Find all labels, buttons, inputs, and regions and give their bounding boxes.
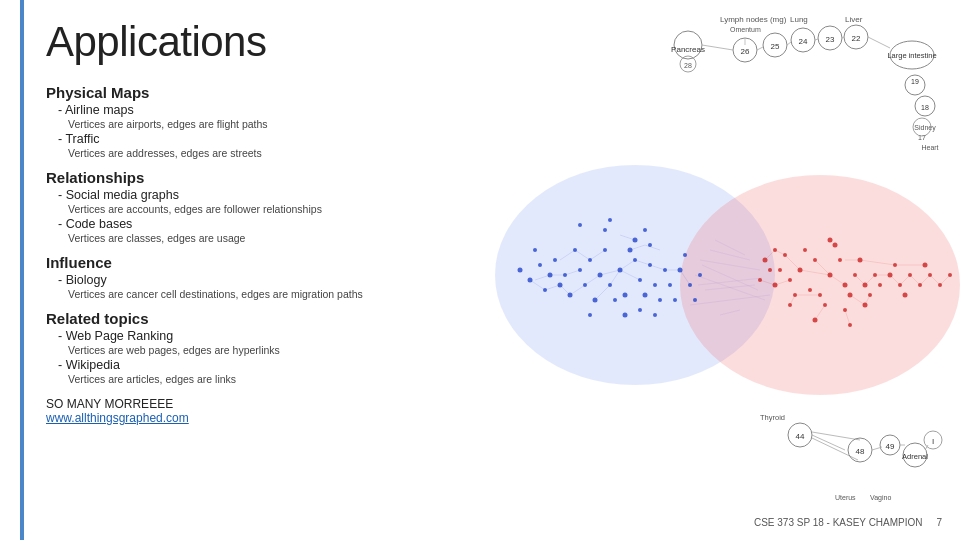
svg-text:23: 23 (826, 35, 835, 44)
svg-point-81 (588, 313, 592, 317)
svg-point-78 (608, 218, 612, 222)
svg-point-52 (613, 298, 617, 302)
svg-point-83 (653, 313, 657, 317)
sub-item-wikipedia: Vertices are articles, edges are links (68, 373, 506, 385)
slide-number: 7 (936, 517, 942, 528)
svg-point-64 (623, 313, 628, 318)
svg-point-65 (638, 308, 642, 312)
svg-point-128 (803, 248, 807, 252)
section-title-relationships: Relationships (46, 169, 506, 186)
svg-text:Vagino: Vagino (870, 494, 891, 502)
item-airline-maps: - Airline maps (58, 103, 506, 117)
item-social-media: - Social media graphs (58, 188, 506, 202)
svg-text:Lymph nodes (mg): Lymph nodes (mg) (720, 15, 787, 24)
svg-text:48: 48 (856, 447, 865, 456)
bottom-diagram: Thyroid 44 48 49 Adrenal Uterus Vagino (750, 390, 950, 510)
page-title: Applications (46, 18, 506, 66)
svg-line-186 (812, 435, 845, 450)
svg-text:19: 19 (911, 78, 919, 85)
section-influence: Influence - Biology Vertices are cancer … (46, 254, 506, 300)
svg-point-87 (643, 228, 647, 232)
item-code-bases: - Code bases (58, 217, 506, 231)
svg-text:28: 28 (684, 62, 692, 69)
body-node-svg: Thyroid 44 48 49 Adrenal Uterus Vagino (750, 390, 950, 510)
sub-item-code-bases: Vertices are classes, edges are usage (68, 232, 506, 244)
svg-text:26: 26 (741, 47, 750, 56)
section-title-physical-maps: Physical Maps (46, 84, 506, 101)
svg-line-26 (868, 37, 890, 48)
svg-text:25: 25 (771, 42, 780, 51)
item-wikipedia: - Wikipedia (58, 358, 506, 372)
attribution-area: CSE 373 SP 18 - KASEY CHAMPION 7 (754, 517, 942, 528)
svg-point-143 (768, 268, 772, 272)
svg-text:22: 22 (852, 34, 861, 43)
svg-point-122 (808, 288, 812, 292)
svg-point-84 (538, 263, 542, 267)
item-traffic: - Traffic (58, 132, 506, 146)
svg-point-49 (623, 293, 628, 298)
svg-text:Pancreas: Pancreas (671, 45, 705, 54)
item-web-page-ranking: - Web Page Ranking (58, 329, 506, 343)
section-title-related-topics: Related topics (46, 310, 506, 327)
svg-point-91 (518, 268, 523, 273)
sub-item-biology: Vertices are cancer cell destinations, e… (68, 288, 506, 300)
footer-link[interactable]: www.allthingsgraphed.com (46, 411, 189, 425)
section-relationships: Relationships - Social media graphs Vert… (46, 169, 506, 244)
svg-point-134 (878, 283, 882, 287)
svg-text:Omentum: Omentum (730, 26, 761, 33)
svg-point-129 (833, 243, 838, 248)
svg-point-89 (533, 248, 537, 252)
svg-point-147 (903, 293, 908, 298)
social-graph-svg (480, 130, 960, 420)
attribution-text: CSE 373 SP 18 - KASEY CHAMPION (754, 517, 923, 528)
accent-bar (20, 0, 24, 540)
svg-line-21 (702, 45, 733, 50)
svg-point-58 (653, 283, 657, 287)
svg-text:24: 24 (799, 37, 808, 46)
slide: Applications Physical Maps - Airline map… (0, 0, 960, 540)
svg-point-85 (578, 223, 582, 227)
images-area: Lymph nodes (mg) Lung Liver Pancreas 26 … (460, 0, 960, 540)
svg-text:Liver: Liver (845, 15, 863, 24)
svg-text:I: I (932, 437, 934, 446)
svg-point-62 (658, 298, 662, 302)
svg-point-76 (553, 258, 557, 262)
footer-text: SO MANY MORREEEE (46, 397, 506, 411)
svg-text:Adrenal: Adrenal (902, 452, 928, 461)
content-left: Applications Physical Maps - Airline map… (36, 0, 516, 435)
svg-point-55 (643, 293, 648, 298)
svg-text:Large intestine: Large intestine (887, 51, 936, 60)
svg-point-141 (828, 238, 833, 243)
svg-point-77 (683, 253, 687, 257)
footer: SO MANY MORREEEE www.allthingsgraphed.co… (46, 397, 506, 425)
svg-point-80 (693, 298, 697, 302)
sub-item-social-media: Vertices are accounts, edges are followe… (68, 203, 506, 215)
svg-text:18: 18 (921, 104, 929, 111)
svg-point-119 (838, 258, 842, 262)
svg-point-130 (778, 268, 782, 272)
svg-text:49: 49 (886, 442, 895, 451)
svg-text:Uterus: Uterus (835, 494, 856, 501)
svg-point-66 (668, 283, 672, 287)
section-physical-maps: Physical Maps - Airline maps Vertices ar… (46, 84, 506, 159)
svg-line-22 (757, 47, 763, 50)
section-title-influence: Influence (46, 254, 506, 271)
section-related-topics: Related topics - Web Page Ranking Vertic… (46, 310, 506, 385)
item-biology: - Biology (58, 273, 506, 287)
sub-item-airline-maps: Vertices are airports, edges are flight … (68, 118, 506, 130)
svg-line-187 (812, 432, 860, 440)
svg-text:44: 44 (796, 432, 805, 441)
svg-text:Lung: Lung (790, 15, 808, 24)
svg-line-23 (787, 42, 791, 45)
svg-point-69 (603, 228, 607, 232)
svg-text:Thyroid: Thyroid (760, 413, 785, 422)
sub-item-web-page-ranking: Vertices are web pages, edges are hyperl… (68, 344, 506, 356)
main-graph (480, 130, 960, 420)
svg-point-75 (673, 298, 677, 302)
sub-item-traffic: Vertices are addresses, edges are street… (68, 147, 506, 159)
svg-point-90 (698, 273, 702, 277)
